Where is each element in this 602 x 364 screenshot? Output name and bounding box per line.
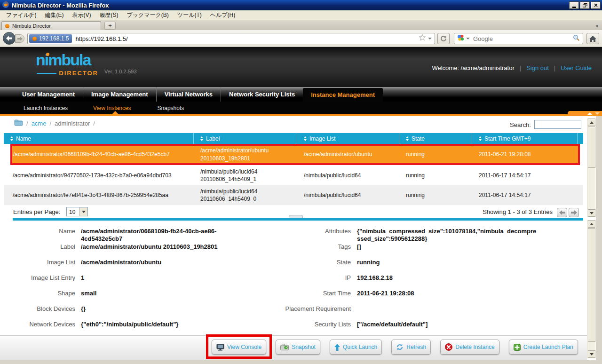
quick-launch-button[interactable]: Quick Launch — [330, 340, 382, 355]
table-row[interactable]: /acme/administrator/94770502-173e-432c-b… — [4, 166, 583, 185]
select-dropdown-icon[interactable] — [79, 207, 87, 216]
menu-tools[interactable]: ツール(T) — [173, 10, 206, 20]
refresh-button[interactable]: Refresh — [391, 340, 431, 355]
tab-instance-management[interactable]: Instance Management — [303, 88, 383, 102]
menu-history[interactable]: 履歴(S) — [95, 10, 122, 20]
detail-label: Network Devices — [9, 321, 75, 328]
entries-per-page-select[interactable]: 10 — [66, 207, 88, 216]
scroll-down-icon[interactable] — [588, 209, 595, 217]
menu-view[interactable]: 表示(V) — [68, 10, 95, 20]
view-console-button[interactable]: View Console — [212, 340, 266, 355]
web-search-input[interactable] — [472, 35, 570, 43]
detail-label: Image List — [9, 259, 75, 266]
site-identity-button[interactable]: 192.168.1.5 — [29, 34, 72, 43]
forward-button[interactable] — [15, 34, 24, 43]
table-row[interactable]: /acme/administrator/0668109b-fb24-40cb-a… — [12, 146, 578, 163]
next-page-icon — [571, 210, 577, 215]
scroll-up-icon[interactable] — [588, 119, 595, 126]
table-row[interactable]: /acme/administrator/fe7e841e-3c43-4f89-8… — [4, 185, 583, 205]
folder-icon[interactable] — [14, 119, 23, 127]
back-button[interactable] — [3, 32, 16, 45]
detail-label: Name — [9, 228, 75, 235]
subtab-view-instances[interactable]: View Instances — [93, 105, 131, 111]
entries-per-page-label: Entries per Page: — [13, 208, 60, 215]
previous-page-button[interactable] — [557, 208, 567, 217]
breadcrumb: / acme / administrator / — [14, 119, 95, 127]
list-all-tabs-icon[interactable]: ▾ — [596, 24, 598, 29]
column-header-start-time[interactable]: Start Time GMT+9 — [472, 133, 578, 144]
breadcrumb-current: administrator — [55, 120, 90, 127]
splitter-bar[interactable] — [13, 218, 583, 221]
menu-edit[interactable]: 編集(E) — [40, 10, 68, 20]
next-page-button[interactable] — [569, 208, 579, 217]
scrollbar-thumb[interactable] — [588, 228, 595, 342]
url-bar[interactable]: 192.168.1.5 https://192.168.1.5/ — [27, 33, 435, 44]
selected-row-highlight: /acme/administrator/0668109b-fb24-40cb-a… — [10, 144, 580, 165]
detail-label: Placement Requirement — [261, 305, 351, 313]
browser-window: Nimbula Director - Mozilla Firefox ファイル(… — [0, 0, 602, 364]
detail-label: Start Time — [261, 290, 351, 297]
breadcrumb-acme-link[interactable]: acme — [32, 120, 47, 127]
scroll-up-icon[interactable] — [588, 220, 595, 228]
url-text[interactable]: https://192.168.1.5/ — [75, 35, 419, 42]
sort-icon — [200, 136, 203, 141]
browser-tab[interactable]: Nimbula Director — [1, 21, 101, 30]
delete-instance-button[interactable]: Delete Instance — [440, 340, 499, 355]
subtab-launch-instances[interactable]: Launch Instances — [24, 105, 68, 111]
search-engine-dropdown-icon[interactable] — [466, 38, 470, 40]
table-scrollbar[interactable] — [587, 119, 595, 217]
sign-out-link[interactable]: Sign out — [526, 64, 549, 71]
close-icon[interactable] — [591, 1, 601, 9]
menu-help[interactable]: ヘルプ(H) — [206, 10, 240, 20]
reload-button[interactable] — [437, 33, 450, 44]
camera-icon — [280, 344, 289, 350]
bookmark-star-icon[interactable] — [419, 34, 426, 43]
plus-icon — [514, 344, 521, 351]
url-dropdown-icon[interactable] — [428, 38, 432, 40]
scroll-down-icon[interactable] — [588, 350, 595, 358]
details-scrollbar[interactable] — [587, 220, 595, 358]
detail-label: Attributes — [261, 228, 351, 235]
search-label: Search: — [510, 121, 531, 128]
menu-file[interactable]: ファイル(F) — [2, 10, 40, 20]
scrollbar-thumb[interactable] — [588, 127, 595, 168]
column-header-image-list[interactable]: Image List — [297, 133, 399, 144]
detail-value-name: /acme/administrator/0668109b-fb24-40cb-a… — [81, 228, 232, 243]
search-input[interactable] — [534, 120, 581, 129]
tab-image-management[interactable]: Image Management — [83, 87, 156, 102]
tab-user-management[interactable]: User Management — [14, 87, 83, 102]
page-content: nimbula DIRECTOR Ver. 1.0.2-593 Welcome:… — [0, 47, 602, 364]
detail-label: Label — [9, 243, 75, 251]
window-bottom-edge — [0, 360, 602, 364]
tab-network-security-lists[interactable]: Network Security Lists — [221, 87, 303, 102]
column-header-state[interactable]: State — [399, 133, 472, 144]
create-launch-plan-button[interactable]: Create Launch Plan — [509, 340, 578, 355]
column-header-label[interactable]: Label — [194, 133, 297, 144]
subtab-snapshots[interactable]: Snapshots — [158, 105, 184, 111]
detail-value-shape: small — [81, 290, 288, 297]
window-title: Nimbula Director - Mozilla Firefox — [12, 2, 109, 9]
collapse-panel-icon[interactable] — [568, 111, 602, 116]
column-header-name[interactable]: Name — [4, 133, 194, 144]
web-search-box[interactable] — [454, 33, 583, 44]
restore-icon[interactable] — [580, 1, 590, 9]
table-header: Name Label Image List State Start Time G… — [4, 133, 583, 144]
tab-bar: Nimbula Director + ▾ — [0, 21, 602, 30]
snapshot-button[interactable]: Snapshot — [276, 340, 320, 355]
detail-label: State — [261, 259, 351, 266]
home-button[interactable] — [586, 33, 599, 44]
sort-icon — [304, 136, 307, 141]
forward-icon — [17, 37, 23, 41]
showing-entries-text: Showing 1 - 3 of 3 Entries — [483, 208, 553, 215]
menu-bookmarks[interactable]: ブックマーク(B) — [122, 10, 173, 20]
monitor-icon — [216, 344, 224, 351]
magnifier-icon[interactable] — [573, 34, 580, 43]
new-tab-button[interactable]: + — [104, 22, 116, 30]
tab-virtual-networks[interactable]: Virtual Networks — [156, 87, 221, 102]
minimize-icon[interactable] — [569, 1, 579, 9]
detail-label: Shape — [9, 290, 75, 297]
user-guide-link[interactable]: User Guide — [561, 64, 592, 71]
tab-title: Nimbula Director — [12, 23, 51, 29]
logo-subtitle: DIRECTOR — [59, 70, 98, 77]
google-icon[interactable] — [457, 34, 464, 43]
